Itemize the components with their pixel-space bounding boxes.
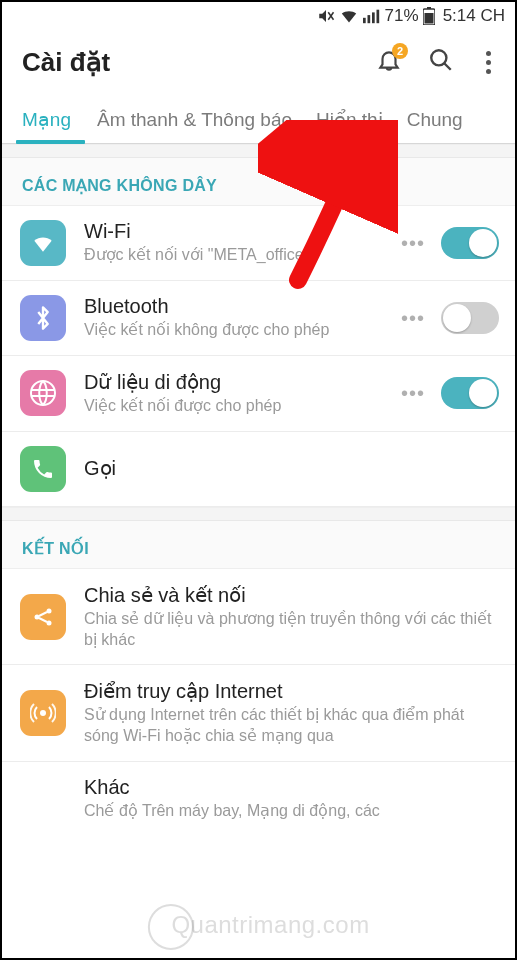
row-title: Điểm truy cập Internet — [84, 679, 499, 703]
row-share-connect[interactable]: Chia sẻ và kết nối Chia sẻ dữ liệu và ph… — [2, 569, 515, 666]
row-title: Wi-Fi — [84, 220, 397, 243]
row-title: Dữ liệu di động — [84, 370, 397, 394]
svg-rect-4 — [372, 12, 375, 23]
clock: 5:14 CH — [443, 6, 505, 26]
row-wifi[interactable]: Wi-Fi Được kết nối với "META_office" ••• — [2, 206, 515, 281]
mute-icon — [317, 7, 335, 25]
hotspot-icon — [20, 690, 66, 736]
row-other[interactable]: Khác Chế độ Trên máy bay, Mạng di động, … — [2, 762, 515, 836]
wifi-icon — [20, 220, 66, 266]
more-icon[interactable]: ••• — [397, 382, 429, 405]
bluetooth-icon — [20, 295, 66, 341]
battery-pct: 71% — [385, 6, 419, 26]
status-bar: 71% 5:14 CH — [2, 2, 515, 30]
svg-line-16 — [39, 618, 47, 622]
svg-line-10 — [444, 63, 451, 70]
page-title: Cài đặt — [22, 47, 376, 78]
svg-rect-7 — [424, 13, 433, 24]
svg-point-11 — [31, 381, 55, 405]
tabs: Mạng Âm thanh & Thông báo Hiển thị Chung — [2, 94, 515, 144]
row-title: Gọi — [84, 456, 499, 480]
mobile-data-icon — [20, 370, 66, 416]
row-title: Khác — [84, 776, 499, 799]
signal-icon — [363, 8, 381, 24]
tab-network[interactable]: Mạng — [16, 108, 85, 143]
mobile-data-toggle[interactable] — [441, 377, 499, 409]
more-icon[interactable]: ••• — [397, 232, 429, 255]
bluetooth-toggle[interactable] — [441, 302, 499, 334]
svg-rect-5 — [376, 10, 379, 24]
section-header-connect: KẾT NỐI — [2, 521, 515, 569]
row-sub: Chia sẻ dữ liệu và phương tiện truyền th… — [84, 609, 499, 651]
phone-icon — [20, 446, 66, 492]
svg-rect-2 — [363, 18, 366, 23]
notification-badge: 2 — [392, 43, 408, 59]
row-sub: Việc kết nối được cho phép — [84, 396, 397, 417]
wifi-toggle[interactable] — [441, 227, 499, 259]
row-sub: Chế độ Trên máy bay, Mạng di động, các — [84, 801, 499, 822]
row-sub: Sử dụng Internet trên các thiết bị khác … — [84, 705, 499, 747]
tab-general[interactable]: Chung — [395, 109, 475, 143]
svg-point-17 — [40, 710, 46, 716]
wifi-status-icon — [339, 8, 359, 24]
app-bar: Cài đặt 2 — [2, 30, 515, 94]
share-icon — [20, 594, 66, 640]
svg-line-15 — [39, 612, 47, 616]
row-hotspot[interactable]: Điểm truy cập Internet Sử dụng Internet … — [2, 665, 515, 762]
section-header-wireless: CÁC MẠNG KHÔNG DÂY — [2, 158, 515, 206]
svg-rect-8 — [427, 7, 431, 9]
row-title: Chia sẻ và kết nối — [84, 583, 499, 607]
row-title: Bluetooth — [84, 295, 397, 318]
search-icon — [428, 47, 454, 73]
row-call[interactable]: Gọi — [2, 432, 515, 507]
section-gap — [2, 144, 515, 158]
svg-point-9 — [431, 50, 446, 65]
notifications-button[interactable]: 2 — [376, 47, 402, 77]
row-bluetooth[interactable]: Bluetooth Việc kết nối không được cho ph… — [2, 281, 515, 356]
row-sub: Được kết nối với "META_office" — [84, 245, 397, 266]
section-gap — [2, 507, 515, 521]
overflow-menu-button[interactable] — [480, 47, 497, 78]
svg-rect-3 — [367, 15, 370, 23]
search-button[interactable] — [428, 47, 454, 77]
tab-sound-notifications[interactable]: Âm thanh & Thông báo — [85, 109, 304, 143]
more-icon[interactable]: ••• — [397, 307, 429, 330]
placeholder-icon — [20, 776, 66, 822]
row-mobile-data[interactable]: Dữ liệu di động Việc kết nối được cho ph… — [2, 356, 515, 432]
battery-icon — [423, 7, 435, 25]
tab-display[interactable]: Hiển thị — [304, 108, 395, 143]
row-sub: Việc kết nối không được cho phép — [84, 320, 397, 341]
